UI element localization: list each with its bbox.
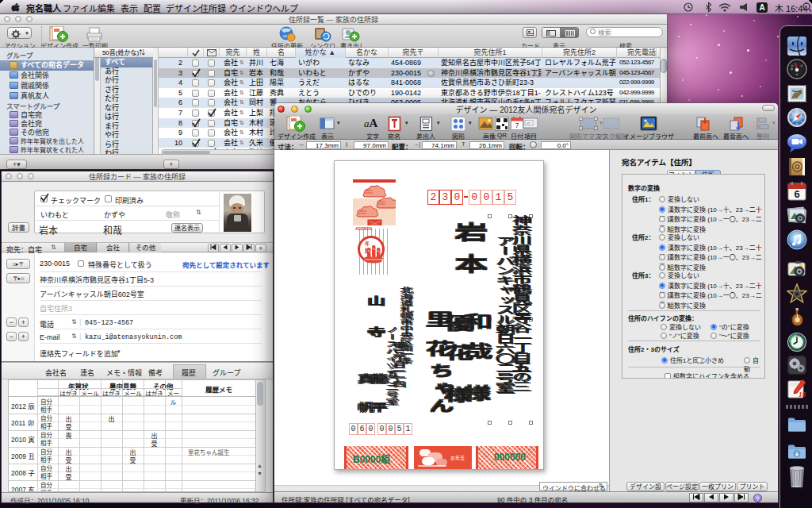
svg-text:18: 18 [799,391,806,398]
svg-text:6: 6 [794,188,799,200]
svg-text:7: 7 [515,121,519,129]
